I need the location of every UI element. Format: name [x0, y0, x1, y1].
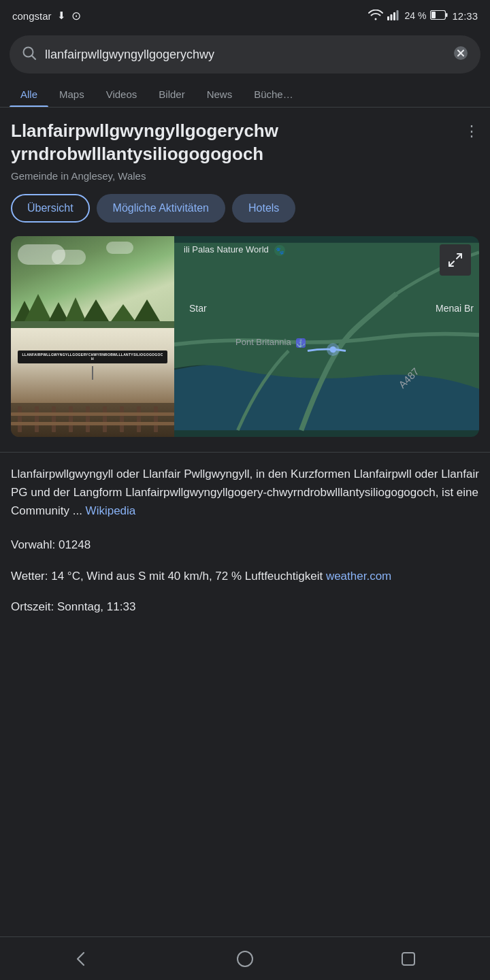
- map-expand-button[interactable]: [440, 244, 471, 276]
- wifi-icon: [368, 10, 383, 22]
- svg-text:🐾: 🐾: [276, 246, 284, 255]
- carrier-name: congstar: [12, 10, 52, 22]
- svg-rect-25: [103, 406, 107, 432]
- svg-rect-23: [69, 406, 73, 432]
- signal-icon: [387, 10, 401, 22]
- info-row-wetter: Wetter: 14 °C, Wind aus S mit 40 km/h, 7…: [11, 568, 479, 585]
- status-bar: congstar ⬇ ⊙ 24 %: [0, 0, 490, 30]
- map-label-star: Star: [189, 303, 207, 314]
- svg-rect-20: [18, 406, 22, 432]
- wetter-label: Wetter:: [11, 570, 48, 583]
- info-row-vorwahl: Vorwahl: 01248: [11, 536, 479, 554]
- camera-indicator-icon: ⊙: [71, 9, 81, 23]
- svg-rect-0: [387, 16, 389, 20]
- fence: [11, 403, 174, 437]
- svg-point-41: [238, 951, 252, 966]
- map-label-menai: Menai Br: [436, 303, 474, 314]
- status-right: 24 % 12:33: [368, 10, 478, 22]
- description-text: Llanfairpwllgwyngyll oder Llanfair Pwllg…: [11, 465, 479, 521]
- place-photo[interactable]: LLANFAIRPWLLGWYNGYLLGOGERYCHWYRNROBWLLLA…: [11, 236, 174, 437]
- svg-rect-5: [431, 12, 436, 18]
- clear-search-button[interactable]: [453, 46, 468, 64]
- svg-rect-1: [390, 14, 392, 20]
- wikipedia-link[interactable]: Wikipedia: [86, 504, 136, 517]
- bottom-padding: [11, 630, 479, 684]
- info-row-ortszeit: Ortszeit: Sonntag, 11:33: [11, 598, 479, 616]
- wetter-value: 14 °C, Wind aus S mit 40 km/h, 72 % Luft…: [51, 570, 326, 583]
- svg-rect-30: [11, 422, 174, 425]
- home-button[interactable]: [226, 940, 264, 978]
- map-image-container: LLANFAIRPWLLGWYNGYLLGOGERYCHWYRNROBWLLLA…: [11, 236, 479, 437]
- download-icon: ⬇: [57, 10, 66, 22]
- svg-rect-3: [396, 10, 398, 20]
- ortszeit-label: Ortszeit:: [11, 600, 54, 613]
- svg-rect-6: [446, 13, 448, 17]
- tab-maps[interactable]: Maps: [48, 82, 95, 107]
- tab-buche[interactable]: Büche…: [243, 82, 304, 107]
- svg-line-40: [449, 261, 454, 266]
- vorwahl-label: Vorwahl:: [11, 538, 55, 551]
- back-button[interactable]: [63, 940, 101, 978]
- svg-rect-24: [86, 406, 90, 432]
- photo-nature: [11, 236, 174, 328]
- battery-text: 24 %: [405, 10, 427, 21]
- svg-rect-28: [154, 406, 158, 432]
- svg-rect-22: [52, 406, 56, 432]
- weather-link[interactable]: weather.com: [326, 570, 391, 583]
- battery-icon: [430, 10, 448, 22]
- svg-line-39: [457, 254, 461, 259]
- map-container[interactable]: A487 ili Palas Nature World 🐾 Star Menai…: [174, 236, 479, 437]
- status-left: congstar ⬇ ⊙: [12, 9, 81, 23]
- tab-alle[interactable]: Alle: [10, 82, 48, 107]
- svg-rect-26: [120, 406, 124, 432]
- time-display: 12:33: [452, 10, 478, 22]
- svg-text:⚓: ⚓: [296, 338, 306, 348]
- tab-news[interactable]: News: [196, 82, 244, 107]
- svg-rect-27: [137, 406, 141, 432]
- more-options-button[interactable]: ⋮: [459, 120, 479, 140]
- action-buttons: Übersicht Mögliche Aktivitäten Hotels: [11, 194, 479, 223]
- tab-videos[interactable]: Videos: [95, 82, 148, 107]
- ortszeit-value: Sonntag, 11:33: [57, 600, 135, 613]
- map-label-palas: ili Palas Nature World 🐾: [184, 244, 286, 257]
- tab-bilder[interactable]: Bilder: [148, 82, 195, 107]
- svg-line-8: [32, 55, 36, 59]
- svg-rect-2: [393, 12, 395, 20]
- map-label-pont: Pont Britannia ⚓: [235, 337, 307, 349]
- title-block: Llanfairpwllgwyngyllgogerychwyrndrobwlll…: [11, 120, 479, 166]
- aktivitaten-button[interactable]: Mögliche Aktivitäten: [97, 194, 225, 223]
- search-query-text: llanfairpwllgwyngyllgogerychwy: [45, 48, 445, 62]
- svg-rect-42: [402, 953, 414, 965]
- vorwahl-value: 01248: [59, 538, 91, 551]
- svg-point-33: [330, 346, 336, 353]
- hotels-button[interactable]: Hotels: [232, 194, 295, 223]
- search-icon: [22, 46, 37, 64]
- svg-rect-19: [11, 321, 174, 328]
- place-title: Llanfairpwllgwyngyllgogerychwyrndrobwlll…: [11, 120, 459, 166]
- recents-button[interactable]: [389, 940, 427, 978]
- search-bar-container: llanfairpwllgwyngyllgogerychwy: [0, 30, 490, 82]
- description-body: Llanfairpwllgwyngyll oder Llanfair Pwllg…: [11, 468, 479, 517]
- search-bar[interactable]: llanfairpwllgwyngyllgogerychwy: [10, 35, 480, 74]
- svg-rect-29: [11, 412, 174, 416]
- main-content: Llanfairpwllgwyngyllgogerychwyrndrobwlll…: [0, 108, 490, 684]
- bottom-nav-bar: [0, 936, 490, 980]
- ubersicht-button[interactable]: Übersicht: [11, 194, 90, 223]
- place-sign: LLANFAIRPWLLGWYNGYLLGOGERYCHWYRNROBWLLLA…: [11, 328, 174, 403]
- svg-rect-21: [35, 406, 39, 432]
- nav-tabs: Alle Maps Videos Bilder News Büche…: [0, 82, 490, 108]
- divider-1: [0, 452, 490, 453]
- place-subtitle: Gemeinde in Anglesey, Wales: [11, 170, 479, 182]
